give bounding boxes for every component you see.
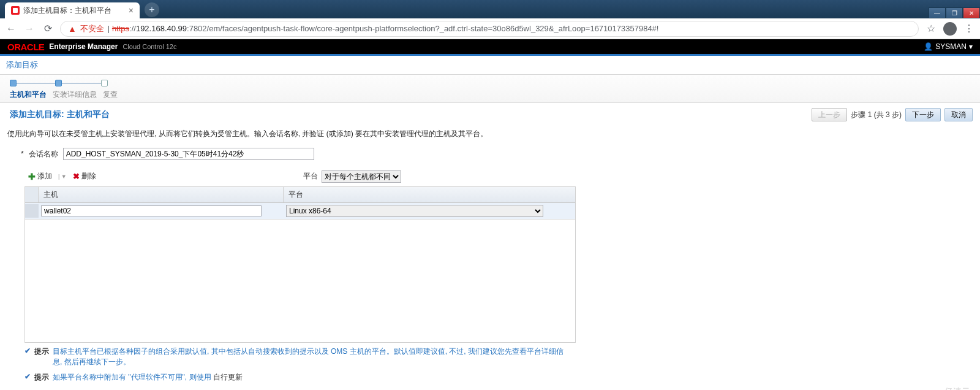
grid-col-host[interactable]: 主机 xyxy=(39,187,284,202)
train-stop-3 xyxy=(101,80,108,86)
table-toolbar: ✚ 添加 | ▼ ✖ 删除 平台 对于每个主机都不同 xyxy=(0,167,980,185)
new-tab-button[interactable]: + xyxy=(145,2,159,17)
insecure-label: 不安全 xyxy=(80,23,104,34)
browser-titlebar: 添加主机目标：主机和平台 × + — ❐ ✕ xyxy=(0,0,980,18)
grid-empty-area xyxy=(25,220,575,342)
platform-filter-label: 平台 xyxy=(303,171,318,182)
product-name: Enterprise Manager xyxy=(49,42,118,51)
self-update-link[interactable]: 自行更新 xyxy=(213,373,243,381)
train-label-2[interactable]: 安装详细信息 xyxy=(53,90,97,100)
hint-label: 提示 xyxy=(34,372,49,383)
hint-row-1: ✔ 提示 目标主机平台已根据各种因子的组合采用默认值, 其中包括从自动搜索收到的… xyxy=(0,344,980,370)
oracle-logo: ORACLE xyxy=(7,42,44,52)
platform-select[interactable]: Linux x86-64 xyxy=(286,205,543,217)
grid-header: 主机 平台 xyxy=(25,187,575,203)
url-text: | https://192.168.40.99:7802/em/faces/ag… xyxy=(108,24,659,33)
grid-col-platform[interactable]: 平台 xyxy=(284,187,575,202)
hint-label: 提示 xyxy=(34,346,49,357)
table-row[interactable]: Linux x86-64 xyxy=(25,203,575,220)
x-icon: ✖ xyxy=(73,172,80,181)
cloud-icon: ☁ xyxy=(931,385,942,390)
hint-row-2: ✔ 提示 如果平台名称中附加有 "代理软件不可用", 则使用 自行更新 xyxy=(0,370,980,385)
info-icon: ✔ xyxy=(24,372,31,381)
bookmark-icon[interactable]: ☆ xyxy=(925,23,937,34)
dropdown-toggle[interactable]: | ▼ xyxy=(58,174,67,180)
train-stop-1[interactable] xyxy=(10,80,17,86)
next-button[interactable]: 下一步 xyxy=(905,108,941,121)
chevron-down-icon: ▾ xyxy=(969,42,973,51)
user-menu[interactable]: 👤 SYSMAN ▾ xyxy=(924,42,973,51)
browser-menu-icon[interactable]: ⋮ xyxy=(963,23,975,34)
window-maximize-button[interactable]: ❐ xyxy=(946,7,963,18)
session-name-input[interactable] xyxy=(63,148,314,160)
plus-icon: ✚ xyxy=(28,172,36,182)
username: SYSMAN xyxy=(935,42,967,51)
platform-filter-select[interactable]: 对于每个主机都不同 xyxy=(322,170,401,183)
train-label-3: 复查 xyxy=(103,90,118,100)
window-minimize-button[interactable]: — xyxy=(929,7,946,18)
host-grid: 主机 平台 Linux x86-64 xyxy=(24,186,576,343)
info-icon: ✔ xyxy=(24,346,31,355)
cancel-button[interactable]: 取消 xyxy=(944,108,973,121)
browser-tab[interactable]: 添加主机目标：主机和平台 × xyxy=(5,2,140,18)
brand: ORACLE Enterprise Manager Cloud Control … xyxy=(7,42,176,52)
remove-label: 删除 xyxy=(81,171,96,182)
add-row-button[interactable]: ✚ 添加 xyxy=(24,170,56,183)
section-title: 添加主机目标: 主机和平台 xyxy=(10,109,110,120)
product-edition: Cloud Control 12c xyxy=(123,43,176,50)
instruction-text: 使用此向导可以在未受管主机上安装管理代理, 从而将它们转换为受管主机。输入会话名… xyxy=(0,125,980,145)
tab-strip: 添加主机目标：主机和平台 × + xyxy=(0,2,159,18)
app-header: ORACLE Enterprise Manager Cloud Control … xyxy=(0,39,980,56)
required-indicator: * xyxy=(21,150,24,158)
add-label: 添加 xyxy=(37,171,52,182)
browser-toolbar: ← → ⟳ ▲ 不安全 | https://192.168.40.99:7802… xyxy=(0,18,980,39)
address-bar[interactable]: ▲ 不安全 | https://192.168.40.99:7802/em/fa… xyxy=(60,21,919,37)
train-stop-2[interactable] xyxy=(55,80,62,86)
session-name-label: 会话名称 xyxy=(29,149,58,159)
section-header: 添加主机目标: 主机和平台 上一步 步骤 1 (共 3 步) 下一步 取消 xyxy=(0,103,980,125)
watermark: ☁ 亿速云 xyxy=(931,385,970,390)
nav-forward-icon[interactable]: → xyxy=(23,23,36,34)
hint-text-2: 如果平台名称中附加有 "代理软件不可用", 则使用 自行更新 xyxy=(53,372,243,383)
wizard-buttons: 上一步 步骤 1 (共 3 步) 下一步 取消 xyxy=(812,108,973,121)
warning-icon: ▲ xyxy=(68,24,77,34)
profile-avatar-icon[interactable] xyxy=(943,22,957,36)
breadcrumb-bar: 添加目标 xyxy=(0,56,980,74)
row-selector[interactable] xyxy=(25,204,39,218)
user-icon: 👤 xyxy=(924,42,933,51)
tab-title: 添加主机目标：主机和平台 xyxy=(23,6,125,16)
train-label-1[interactable]: 主机和平台 xyxy=(10,90,47,100)
breadcrumb[interactable]: 添加目标 xyxy=(6,60,38,69)
nav-back-icon[interactable]: ← xyxy=(5,23,17,34)
grid-col-select xyxy=(25,187,39,202)
host-input[interactable] xyxy=(41,205,262,216)
window-controls: — ❐ ✕ xyxy=(929,7,980,18)
favicon-icon xyxy=(11,6,20,15)
train-track xyxy=(10,80,108,87)
step-indicator: 步骤 1 (共 3 步) xyxy=(851,110,902,120)
nav-reload-icon[interactable]: ⟳ xyxy=(42,23,54,34)
prev-button[interactable]: 上一步 xyxy=(812,108,847,121)
wizard-train: 主机和平台 安装详细信息 复查 xyxy=(0,74,980,103)
session-name-row: * 会话名称 xyxy=(0,145,980,167)
platform-filter: 平台 对于每个主机都不同 xyxy=(303,170,401,183)
close-icon[interactable]: × xyxy=(129,6,134,15)
hint-text-1: 目标主机平台已根据各种因子的组合采用默认值, 其中包括从自动搜索收到的提示以及 … xyxy=(53,346,567,367)
window-close-button[interactable]: ✕ xyxy=(963,7,980,18)
remove-row-button[interactable]: ✖ 删除 xyxy=(69,170,100,183)
